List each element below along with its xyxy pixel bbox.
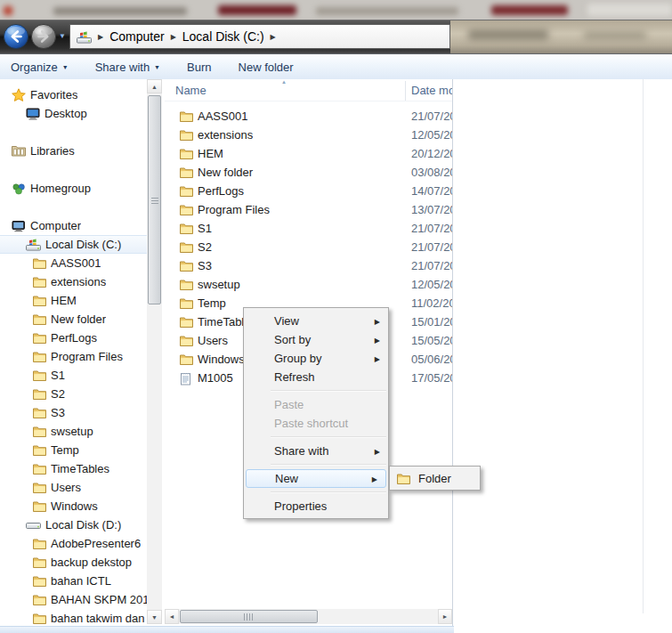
drive-windows-icon xyxy=(26,238,41,251)
new-folder-button[interactable]: New folder xyxy=(239,61,294,74)
context-menu-item-sort-by[interactable]: Sort by▶ xyxy=(244,330,388,349)
sidebar-item-desktop[interactable]: Desktop xyxy=(0,104,147,123)
sidebar-item-backup-dekstop[interactable]: backup dekstop xyxy=(0,553,147,572)
file-date-modified: 21/07/201 xyxy=(411,222,452,235)
sidebar-item-users[interactable]: Users xyxy=(0,478,147,497)
sidebar-item-windows[interactable]: Windows xyxy=(0,497,147,515)
tree-spacer xyxy=(0,198,147,216)
sidebar-item-bahan-skpm-2010[interactable]: BAHAN SKPM 2010 xyxy=(0,590,147,609)
sidebar-item-aass001[interactable]: AASS001 xyxy=(0,254,147,272)
file-name: M1005 xyxy=(198,371,233,385)
sidebar-item-hem[interactable]: HEM xyxy=(0,291,147,310)
sidebar-item-libraries[interactable]: Libraries xyxy=(0,142,147,160)
file-date-modified: 03/08/201 xyxy=(411,166,452,179)
submenu-arrow-icon: ▶ xyxy=(375,442,380,460)
file-name: S3 xyxy=(198,259,212,272)
menu-item-label: Paste shortcut xyxy=(274,417,348,430)
submenu-arrow-icon: ▶ xyxy=(375,330,380,349)
context-menu-item-refresh[interactable]: Refresh xyxy=(244,368,388,386)
burn-button[interactable]: Burn xyxy=(187,61,211,74)
scroll-down-icon[interactable]: ▼ xyxy=(147,610,162,624)
scroll-up-icon[interactable]: ▲ xyxy=(147,79,162,93)
submenu-item-folder[interactable]: Folder xyxy=(390,472,480,485)
background-smudge xyxy=(4,6,12,15)
organize-button[interactable]: Organize▼ xyxy=(11,61,69,74)
breadcrumb-arrow-icon[interactable]: ▶ xyxy=(171,33,176,41)
file-row-extensions[interactable]: extensions12/05/201 xyxy=(165,126,452,144)
file-row-new-folder[interactable]: New folder03/08/201 xyxy=(165,163,452,182)
sidebar-item-s3[interactable]: S3 xyxy=(0,403,147,422)
folder-icon xyxy=(180,353,193,365)
address-breadcrumb-bar[interactable]: ▶Computer▶Local Disk (C:)▶ xyxy=(69,24,450,49)
back-button[interactable] xyxy=(3,23,29,50)
folder-icon xyxy=(180,335,193,346)
sidebar-item-label: bahan takwim dan ja xyxy=(51,612,147,625)
breadcrumb-segment-local-disk-c[interactable]: Local Disk (C:) xyxy=(182,29,264,44)
sidebar-item-extensions[interactable]: extensions xyxy=(0,272,147,291)
homegroup-icon xyxy=(12,183,26,195)
sidebar-scrollbar-thumb[interactable] xyxy=(148,95,161,304)
sidebar-item-perflogs[interactable]: PerfLogs xyxy=(0,329,147,347)
context-menu-item-view[interactable]: View▶ xyxy=(244,312,388,330)
file-row-swsetup[interactable]: swsetup12/05/201 xyxy=(165,275,452,294)
context-menu-item-properties[interactable]: Properties xyxy=(244,497,388,515)
sidebar-item-temp[interactable]: Temp xyxy=(0,441,147,459)
folder-icon xyxy=(33,444,46,456)
folder-icon xyxy=(33,500,46,512)
sidebar-item-local-disk-d[interactable]: Local Disk (D:) xyxy=(0,515,147,534)
file-row-s2[interactable]: S221/07/201 xyxy=(165,238,452,256)
scroll-left-icon[interactable]: ◄ xyxy=(165,609,179,624)
sidebar-item-computer[interactable]: Computer xyxy=(0,216,147,235)
sidebar-vertical-scrollbar[interactable]: ▲ ▼ xyxy=(147,79,162,624)
drive-icon xyxy=(26,520,41,531)
sidebar-item-local-disk-c[interactable]: Local Disk (C:) xyxy=(0,235,147,254)
context-menu-item-new[interactable]: New▶ xyxy=(246,469,386,488)
sidebar-item-bahan-ictl[interactable]: bahan ICTL xyxy=(0,572,147,590)
sidebar-item-swsetup[interactable]: swsetup xyxy=(0,422,147,441)
folder-icon xyxy=(33,538,46,549)
sidebar-item-s2[interactable]: S2 xyxy=(0,385,147,403)
sidebar-item-homegroup[interactable]: Homegroup xyxy=(0,179,147,198)
file-date-modified: 15/01/201 xyxy=(411,315,452,329)
file-row-hem[interactable]: HEM20/12/201 xyxy=(165,144,452,163)
column-separator[interactable] xyxy=(405,81,406,101)
drive-windows-icon xyxy=(77,30,92,44)
sidebar-item-label: Favorites xyxy=(30,88,77,101)
file-row-s1[interactable]: S121/07/201 xyxy=(165,219,452,238)
sidebar-item-bahan-takwim-dan-ja[interactable]: bahan takwim dan ja xyxy=(0,609,147,626)
column-header-name[interactable]: Name xyxy=(175,84,206,97)
sidebar-item-new-folder[interactable]: New folder xyxy=(0,310,147,329)
file-name: swsetup xyxy=(198,278,240,291)
share-with-button[interactable]: Share with▼ xyxy=(95,61,160,74)
sidebar-item-favorites[interactable]: Favorites xyxy=(0,85,147,104)
breadcrumb-arrow-icon[interactable]: ▶ xyxy=(98,33,103,41)
scrollbar-grip xyxy=(244,613,255,621)
folder-icon xyxy=(180,185,193,197)
file-row-perflogs[interactable]: PerfLogs14/07/200 xyxy=(165,182,452,200)
file-list-horizontal-scrollbar[interactable]: ◄ ► xyxy=(165,609,452,624)
file-row-s3[interactable]: S321/07/201 xyxy=(165,256,452,275)
menu-separator xyxy=(271,464,386,466)
forward-button[interactable] xyxy=(30,23,57,50)
file-row-aass001[interactable]: AASS00121/07/201 xyxy=(165,107,452,126)
file-row-program-files[interactable]: Program Files13/07/201 xyxy=(165,200,452,219)
recent-pages-dropdown-icon[interactable]: ▼ xyxy=(59,32,66,40)
context-menu-item-share-with[interactable]: Share with▶ xyxy=(244,442,388,460)
background-smudge xyxy=(53,7,187,15)
submenu-arrow-icon: ▶ xyxy=(372,470,377,487)
folder-icon xyxy=(180,297,193,309)
scroll-right-icon[interactable]: ► xyxy=(438,609,452,624)
horizontal-scrollbar-thumb[interactable] xyxy=(180,610,318,623)
sidebar-item-s1[interactable]: S1 xyxy=(0,366,147,385)
sidebar-item-label: AASS001 xyxy=(51,256,101,270)
sidebar-item-timetables[interactable]: TimeTables xyxy=(0,459,147,478)
file-date-modified: 05/06/201 xyxy=(411,353,452,366)
column-header-date-modified[interactable]: Date mod xyxy=(411,84,452,97)
context-menu-item-group-by[interactable]: Group by▶ xyxy=(244,349,388,368)
sidebar-item-program-files[interactable]: Program Files xyxy=(0,347,147,366)
breadcrumb-arrow-icon[interactable]: ▶ xyxy=(271,33,276,41)
file-name: PerfLogs xyxy=(198,184,244,198)
sidebar-item-adobepresenter6[interactable]: AdobePresenter6 xyxy=(0,534,147,553)
folder-icon xyxy=(33,295,46,306)
breadcrumb-segment-computer[interactable]: Computer xyxy=(109,29,164,44)
